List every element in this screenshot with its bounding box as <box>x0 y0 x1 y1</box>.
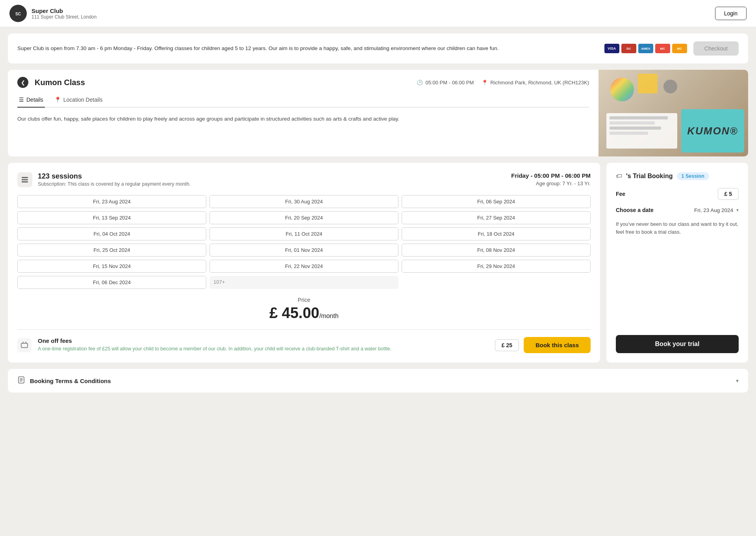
svg-rect-4 <box>22 181 28 182</box>
banner-right: VISA DC AMEX MC MC Checkout <box>604 41 739 56</box>
one-off-description: A one-time registration fee of £25 will … <box>38 346 391 353</box>
price-period: /month <box>319 313 339 319</box>
sessions-schedule: Friday - 05:00 PM - 06:00 PM Age group: … <box>511 172 591 186</box>
one-off-fee-badge: £ 25 <box>495 339 519 351</box>
header: SC Super Club 111 Super Club Street, Lon… <box>0 0 756 27</box>
details-tab-icon: ☰ <box>19 97 24 103</box>
logo: SC <box>9 5 27 22</box>
date-chip[interactable]: Fri, 13 Sep 2024 <box>17 211 206 224</box>
club-name: Super Club <box>32 7 96 14</box>
location-icon: 📍 <box>482 80 488 86</box>
chevron-down-icon: ▾ <box>736 207 739 213</box>
class-title: Kumon Class <box>35 78 85 87</box>
banner: Super Club is open from 7.30 am - 6 pm M… <box>8 34 748 63</box>
date-chip[interactable]: Fri, 11 Oct 2024 <box>209 227 398 240</box>
terms-chevron-icon: ▾ <box>736 378 739 384</box>
one-off-text: One off fees A one-time registration fee… <box>38 337 391 353</box>
svg-rect-5 <box>21 343 28 348</box>
terms-icon <box>17 376 25 385</box>
terms-title: Booking Terms & Conditions <box>30 378 111 384</box>
class-meta: 🕐 05:00 PM - 06:00 PM 📍 Richmond Park, R… <box>417 80 589 86</box>
location-tab-icon: 📍 <box>54 97 61 103</box>
session-count-badge: 1 Session <box>677 172 709 180</box>
sessions-main: 123 sessions Subscription: This class is… <box>8 163 600 363</box>
date-chip[interactable]: Fri, 23 Aug 2024 <box>17 195 206 208</box>
svg-rect-3 <box>22 179 28 181</box>
back-icon: ❮ <box>21 80 25 86</box>
back-button[interactable]: ❮ <box>17 77 28 88</box>
tab-location[interactable]: 📍 Location Details <box>53 93 104 108</box>
one-off-section: One off fees A one-time registration fee… <box>17 329 591 353</box>
visa-icon: VISA <box>604 44 619 53</box>
one-off-title: One off fees <box>38 337 391 344</box>
amex-icon: AMEX <box>638 44 653 53</box>
trial-tag-icon: 🏷 <box>616 173 622 180</box>
diners-icon: DC <box>621 44 636 53</box>
date-chip[interactable]: Fri, 22 Nov 2024 <box>209 260 398 273</box>
trial-fee-label: Fee <box>616 191 625 197</box>
date-chip[interactable]: Fri, 30 Aug 2024 <box>209 195 398 208</box>
book-class-button[interactable]: Book this class <box>524 337 591 353</box>
trial-date-picker[interactable]: Fri, 23 Aug 2024 ▾ <box>694 207 739 213</box>
class-description: Our clubs offer fun, happy, safe places … <box>17 115 589 123</box>
one-off-icon <box>17 338 32 352</box>
class-image: KUMON® <box>598 70 748 156</box>
book-trial-button[interactable]: Book your trial <box>616 335 739 353</box>
trial-sidebar: 🏷 's Trial Booking 1 Session Fee £ 5 Cho… <box>606 163 748 363</box>
checkout-button[interactable]: Checkout <box>693 41 739 56</box>
date-chip[interactable]: Fri, 08 Nov 2024 <box>402 244 591 257</box>
date-chip[interactable]: Fri, 01 Nov 2024 <box>209 244 398 257</box>
trial-header: 🏷 's Trial Booking 1 Session <box>616 172 739 180</box>
sessions-info: 123 sessions Subscription: This class is… <box>38 172 191 187</box>
date-chip[interactable]: Fri, 06 Sep 2024 <box>402 195 591 208</box>
sessions-count: 123 sessions <box>38 172 191 181</box>
clock-icon: 🕐 <box>417 80 423 86</box>
date-chip[interactable]: Fri, 18 Oct 2024 <box>402 227 591 240</box>
schedule-day: Friday - 05:00 PM - 06:00 PM <box>511 172 591 179</box>
login-button[interactable]: Login <box>715 7 747 20</box>
date-chip[interactable]: Fri, 20 Sep 2024 <box>209 211 398 224</box>
trial-date-value: Fri, 23 Aug 2024 <box>694 207 733 213</box>
price-section: Price £ 45.00/month <box>17 297 591 322</box>
payment-icons: VISA DC AMEX MC MC <box>604 44 687 53</box>
date-chip[interactable]: Fri, 29 Nov 2024 <box>402 260 591 273</box>
more-dates-chip[interactable]: 107+ <box>209 276 398 289</box>
banner-text: Super Club is open from 7.30 am - 6 pm M… <box>17 45 597 52</box>
schedule-age: Age group: 7 Yr. - 13 Yr. <box>511 181 591 186</box>
one-off-right: £ 25 Book this class <box>495 337 591 353</box>
trial-fee-row: Fee £ 5 <box>616 188 739 200</box>
trial-title: 's Trial Booking <box>626 173 673 180</box>
club-address: 111 Super Club Street, London <box>32 14 96 20</box>
trial-date-label: Choose a date <box>616 207 654 213</box>
sessions-header: 123 sessions Subscription: This class is… <box>17 172 591 187</box>
date-chip[interactable]: Fri, 15 Nov 2024 <box>17 260 206 273</box>
header-left: SC Super Club 111 Super Club Street, Lon… <box>9 5 96 22</box>
mastercard1-icon: MC <box>655 44 670 53</box>
date-chip[interactable]: Fri, 04 Oct 2024 <box>17 227 206 240</box>
price-amount: £ 45.00 <box>269 305 319 321</box>
date-chip[interactable]: Fri, 27 Sep 2024 <box>402 211 591 224</box>
price-label: Price <box>17 297 591 303</box>
svg-text:SC: SC <box>15 12 21 16</box>
trial-date-row[interactable]: Choose a date Fri, 23 Aug 2024 ▾ <box>616 207 739 213</box>
terms-section[interactable]: Booking Terms & Conditions ▾ <box>8 369 748 393</box>
class-location: 📍 Richmond Park, Richmond, UK (RCH123K) <box>482 80 589 86</box>
svg-rect-2 <box>22 177 28 178</box>
sessions-section: 123 sessions Subscription: This class is… <box>8 163 748 363</box>
trial-fee-value: £ 5 <box>718 188 739 200</box>
terms-left: Booking Terms & Conditions <box>17 376 111 385</box>
date-chip[interactable]: Fri, 25 Oct 2024 <box>17 244 206 257</box>
club-info: Super Club 111 Super Club Street, London <box>32 7 96 20</box>
class-tabs: ☰ Details 📍 Location Details <box>17 93 589 108</box>
sessions-icon <box>17 172 32 187</box>
class-card: ❮ Kumon Class 🕐 05:00 PM - 06:00 PM 📍 Ri… <box>8 70 748 156</box>
date-chip[interactable]: Fri, 06 Dec 2024 <box>17 276 206 289</box>
tab-details[interactable]: ☰ Details <box>17 93 45 108</box>
dates-grid: Fri, 23 Aug 2024Fri, 30 Aug 2024Fri, 06 … <box>17 195 591 289</box>
trial-info-text: If you've never been to our class and wa… <box>616 220 739 236</box>
mastercard2-icon: MC <box>672 44 687 53</box>
sessions-subscription: Subscription: This class is covered by a… <box>38 181 191 187</box>
price-display: £ 45.00/month <box>17 305 591 322</box>
class-time: 🕐 05:00 PM - 06:00 PM <box>417 80 474 86</box>
